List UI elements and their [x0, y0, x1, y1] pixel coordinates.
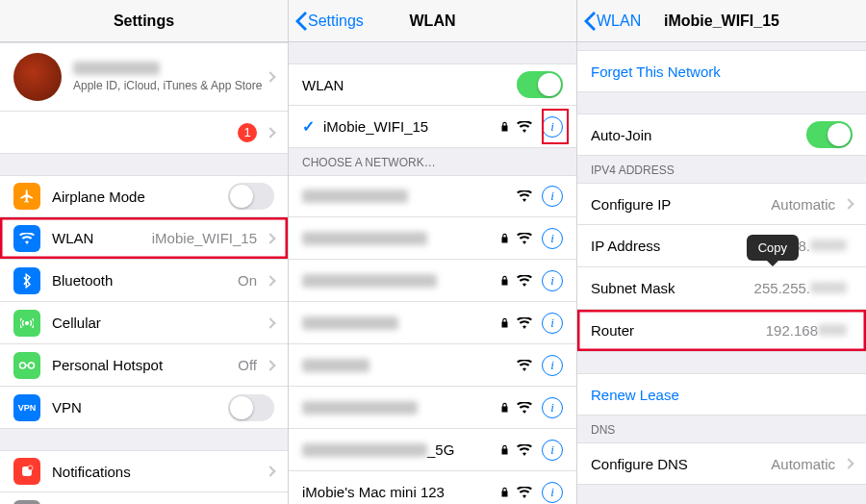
connected-network-row[interactable]: ✓ iMobie_WIFI_15 i [289, 106, 576, 148]
wifi-icon [517, 360, 532, 371]
chevron-icon [843, 198, 853, 209]
wifi-icon [517, 444, 532, 456]
configure-ip-value: Automatic [771, 196, 835, 213]
info-button[interactable]: i [542, 440, 563, 461]
info-button[interactable]: i [542, 116, 563, 138]
network-name-blurred [302, 274, 437, 288]
network-row[interactable]: i [289, 387, 576, 429]
vpn-icon: VPN [13, 394, 40, 421]
network-row[interactable]: i [289, 217, 576, 260]
nav-title: Settings [0, 13, 288, 30]
dns-header: DNS [577, 416, 866, 442]
subnet-value: 255.255. [754, 280, 847, 296]
lock-icon [500, 487, 509, 498]
autojoin-toggle[interactable] [806, 121, 853, 148]
update-badge-row[interactable]: 1 [0, 112, 288, 154]
svg-point-1 [20, 363, 26, 368]
forget-label: Forget This Network [591, 63, 721, 80]
copy-tooltip[interactable]: Copy [747, 235, 799, 261]
notifications-icon [13, 458, 40, 485]
bluetooth-row[interactable]: Bluetooth On [0, 260, 288, 302]
wlan-value: iMobie_WIFI_15 [152, 230, 257, 246]
forget-row[interactable]: Forget This Network [577, 50, 866, 92]
connected-name: iMobie_WIFI_15 [323, 118, 493, 135]
airplane-toggle[interactable] [228, 183, 274, 210]
info-button[interactable]: i [542, 228, 563, 249]
hotspot-row[interactable]: Personal Hotspot Off [0, 344, 288, 387]
back-label: Settings [308, 13, 364, 30]
network-row[interactable]: i [289, 344, 576, 387]
renew-lease-row[interactable]: Renew Lease [577, 373, 866, 416]
chevron-icon [265, 233, 275, 243]
router-row: Router 192.168 [577, 310, 866, 352]
navbar-wlan: Settings WLAN [289, 0, 576, 42]
info-button[interactable]: i [542, 270, 563, 291]
back-label: WLAN [597, 13, 641, 30]
network-name-blurred [302, 443, 427, 457]
vpn-label: VPN [52, 399, 228, 416]
wlan-label: WLAN [52, 230, 152, 246]
autojoin-label: Auto-Join [591, 127, 806, 143]
router-label: Router [591, 322, 766, 339]
network-name-blurred [302, 232, 427, 245]
network-row-imobie-mac[interactable]: iMobie's Mac mini 123 i [289, 471, 576, 504]
info-button[interactable]: i [542, 186, 563, 207]
network-row[interactable]: i [289, 260, 576, 302]
wlan-toggle-label: WLAN [302, 77, 517, 93]
info-button[interactable]: i [542, 355, 563, 376]
apple-id-row[interactable]: Apple ID, iCloud, iTunes & App Store [0, 42, 288, 112]
checkmark-icon: ✓ [302, 117, 319, 136]
hotspot-icon [13, 352, 40, 379]
network-name-blurred [302, 316, 398, 330]
control-center-icon [13, 500, 40, 505]
wifi-icon [517, 233, 532, 244]
choose-network-header: CHOOSE A NETWORK… [289, 148, 576, 175]
control-center-row[interactable]: Control Center [0, 492, 288, 504]
wlan-toggle[interactable] [517, 71, 563, 98]
chevron-icon [265, 360, 275, 370]
vpn-toggle[interactable] [228, 394, 274, 421]
wifi-icon [517, 275, 532, 287]
network-detail-panel: WLAN iMobie_WIFI_15 Forget This Network … [577, 0, 866, 504]
configure-ip-row[interactable]: Configure IP Automatic [577, 183, 866, 225]
bluetooth-icon [13, 267, 40, 294]
wlan-row[interactable]: WLAN iMobie_WIFI_15 [0, 217, 288, 260]
notifications-label: Notifications [52, 464, 263, 480]
info-button[interactable]: i [542, 397, 563, 418]
account-subtitle: Apple ID, iCloud, iTunes & App Store [73, 79, 263, 92]
navbar-settings: Settings [0, 0, 288, 42]
bluetooth-label: Bluetooth [52, 272, 238, 289]
back-button[interactable]: WLAN [577, 12, 641, 31]
svg-point-2 [29, 363, 35, 368]
notifications-row[interactable]: Notifications [0, 450, 288, 492]
configure-dns-row[interactable]: Configure DNS Automatic [577, 442, 866, 485]
configure-ip-label: Configure IP [591, 196, 771, 213]
autojoin-row: Auto-Join [577, 113, 866, 156]
network-row[interactable]: i [289, 302, 576, 344]
cellular-icon [13, 310, 40, 337]
subnet-label: Subnet Mask [591, 280, 754, 296]
ip-address-row: IP Address 192.168. [577, 225, 866, 267]
network-row[interactable]: i [289, 175, 576, 217]
wlan-panel: Settings WLAN WLAN ✓ iMobie_WIFI_15 i CH… [289, 0, 577, 504]
chevron-icon [265, 127, 275, 138]
hotspot-value: Off [238, 357, 257, 373]
back-button[interactable]: Settings [289, 12, 364, 31]
info-button[interactable]: i [542, 482, 563, 503]
network-row-5g[interactable]: _5G i [289, 429, 576, 471]
airplane-icon [13, 183, 40, 210]
chevron-icon [265, 466, 275, 476]
ip-address-label: IP Address [591, 238, 754, 254]
svg-point-4 [28, 466, 33, 470]
lock-icon [500, 402, 509, 414]
info-button[interactable]: i [542, 313, 563, 334]
network-name: iMobie's Mac mini 123 [302, 484, 493, 500]
ipv4-header: IPV4 ADDRESS [577, 156, 866, 183]
network-suffix: _5G [427, 441, 454, 458]
subnet-row: Copy Subnet Mask 255.255. [577, 267, 866, 310]
vpn-row[interactable]: VPN VPN [0, 387, 288, 429]
airplane-label: Airplane Mode [52, 189, 228, 205]
network-name-blurred [302, 359, 369, 372]
cellular-row[interactable]: Cellular [0, 302, 288, 344]
airplane-mode-row[interactable]: Airplane Mode [0, 175, 288, 217]
